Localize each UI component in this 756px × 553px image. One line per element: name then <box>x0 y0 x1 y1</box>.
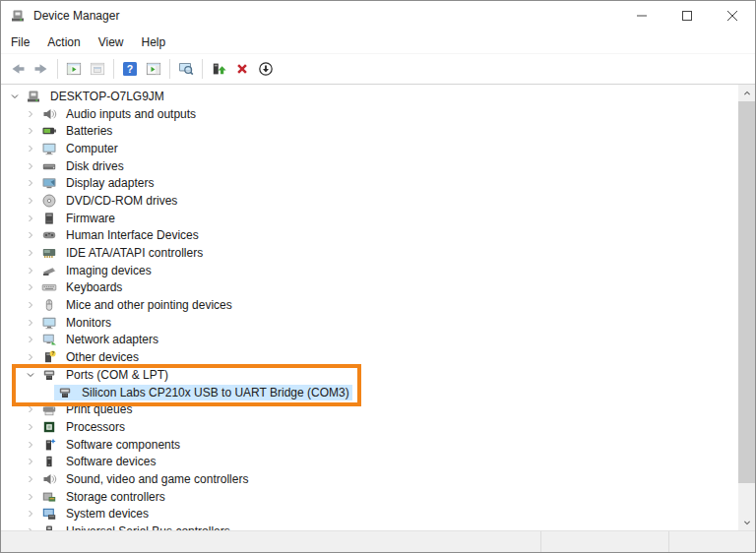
tree-item-computer-root[interactable]: DESKTOP-O7LG9JM <box>1 88 738 105</box>
chevron-right-icon[interactable] <box>23 506 38 522</box>
tree-item-print-queues[interactable]: Print queues <box>1 400 738 418</box>
scroll-down-button[interactable] <box>738 514 755 530</box>
chevron-right-icon[interactable] <box>23 471 38 487</box>
menu-help[interactable]: Help <box>133 31 175 53</box>
tree-item-audio-inputs[interactable]: Audio inputs and outputs <box>1 105 738 123</box>
chevron-right-icon[interactable] <box>23 175 38 191</box>
uninstall-device-button[interactable] <box>230 57 254 81</box>
tree-item-label: Software devices <box>63 454 158 469</box>
chevron-right-icon[interactable] <box>23 227 38 243</box>
chevron-right-icon[interactable] <box>23 106 38 122</box>
chevron-right-icon[interactable] <box>23 279 38 295</box>
tree-item-label: Software components <box>63 437 183 453</box>
chevron-right-icon[interactable] <box>23 419 38 435</box>
tree-item-label: Audio inputs and outputs <box>63 106 199 122</box>
tree-item-ports-com-lpt[interactable]: Ports (COM & LPT) <box>1 366 738 384</box>
chevron-right-icon[interactable] <box>23 349 38 365</box>
tree-item-label: Other devices <box>63 349 142 365</box>
chevron-down-icon[interactable] <box>23 367 38 383</box>
tree-item-usb-controllers[interactable]: Universal Serial Bus controllers <box>1 522 738 530</box>
toolbar <box>1 54 755 85</box>
properties-button[interactable] <box>86 57 109 81</box>
back-button[interactable] <box>6 57 30 81</box>
tree-item-monitors[interactable]: Monitors <box>1 314 738 332</box>
scrollbar-thumb[interactable] <box>738 101 755 483</box>
chevron-right-icon[interactable] <box>23 454 38 469</box>
chevron-right-icon[interactable] <box>23 211 38 226</box>
tree-item-hid[interactable]: Human Interface Devices <box>1 227 738 245</box>
chevron-right-icon[interactable] <box>23 158 38 174</box>
help-button[interactable] <box>118 57 142 81</box>
tree-item-dvd-cdrom[interactable]: DVD/CD-ROM drives <box>1 192 738 210</box>
tree-item-computer[interactable]: Computer <box>1 140 738 157</box>
tree-item-other-devices[interactable]: Other devices <box>1 348 738 366</box>
tree-item-imaging-devices[interactable]: Imaging devices <box>1 262 738 279</box>
tree-item-disk-drives[interactable]: Disk drives <box>1 157 738 175</box>
scroll-up-button[interactable] <box>738 85 755 101</box>
tree-item-sound-video-game[interactable]: Sound, video and game controllers <box>1 470 738 488</box>
chevron-right-icon[interactable] <box>23 245 38 261</box>
forward-button[interactable] <box>30 57 53 81</box>
tree-item-software-components[interactable]: Software components <box>1 436 738 454</box>
tree-item-software-devices[interactable]: Software devices <box>1 453 738 470</box>
chevron-right-icon[interactable] <box>23 193 38 209</box>
chevron-right-icon[interactable] <box>23 315 38 331</box>
battery-icon <box>41 123 57 139</box>
chevron-right-icon[interactable] <box>23 297 38 313</box>
chevron-right-icon[interactable] <box>23 123 38 139</box>
minimize-button[interactable] <box>619 1 664 31</box>
update-driver-button[interactable] <box>207 57 230 81</box>
tree-item-network-adapters[interactable]: Network adapters <box>1 332 738 349</box>
chevron-right-icon[interactable] <box>23 437 38 453</box>
tree-item-silicon-labs-cp210x[interactable]: Silicon Labs CP210x USB to UART Bridge (… <box>1 384 738 401</box>
tree-item-storage-controllers[interactable]: Storage controllers <box>1 488 738 506</box>
disable-device-button[interactable] <box>254 57 278 81</box>
show-console-tree-button[interactable] <box>62 57 86 81</box>
processor-icon <box>41 419 57 435</box>
window-title: Device Manager <box>33 9 619 23</box>
chevron-right-icon[interactable] <box>23 332 38 347</box>
menu-file[interactable]: File <box>2 31 38 53</box>
disk-drive-icon <box>41 158 57 174</box>
optical-disc-icon <box>41 193 57 209</box>
chevron-right-icon[interactable] <box>23 523 38 530</box>
chevron-right-icon[interactable] <box>23 141 38 156</box>
chevron-right-icon[interactable] <box>23 401 38 417</box>
monitor-icon <box>41 315 57 331</box>
chevron-right-icon[interactable] <box>23 263 38 278</box>
tree-item-mice[interactable]: Mice and other pointing devices <box>1 296 738 314</box>
tree-item-processors[interactable]: Processors <box>1 418 738 436</box>
tree-item-ide-ata[interactable]: IDE ATA/ATAPI controllers <box>1 244 738 262</box>
scan-hardware-changes-button[interactable] <box>174 57 198 81</box>
tree-item-label: Human Interface Devices <box>63 227 202 243</box>
chevron-down-icon[interactable] <box>7 89 23 104</box>
gamepad-icon <box>41 227 57 243</box>
toolbar-separator <box>169 59 170 79</box>
maximize-icon <box>682 11 692 21</box>
scroll-down-icon <box>741 517 753 528</box>
maximize-button[interactable] <box>664 1 710 31</box>
tree-item-label: Keyboards <box>63 279 125 295</box>
network-adapter-icon <box>41 332 57 347</box>
show-action-pane-button[interactable] <box>142 57 165 81</box>
tree-item-label: System devices <box>63 506 152 522</box>
tree-item-batteries[interactable]: Batteries <box>1 122 738 140</box>
speaker-icon <box>41 106 57 122</box>
vertical-scrollbar[interactable] <box>738 85 755 530</box>
tree-item-label: Computer <box>63 141 121 156</box>
main-content: DESKTOP-O7LG9JM Audio inputs and outputs… <box>1 85 755 530</box>
tree-item-display-adapters[interactable]: Display adapters <box>1 174 738 192</box>
tree-item-label: Sound, video and game controllers <box>63 471 251 487</box>
tree-item-system-devices[interactable]: System devices <box>1 506 738 523</box>
tree-item-firmware[interactable]: Firmware <box>1 210 738 227</box>
menu-view[interactable]: View <box>90 31 133 53</box>
tree-item-label: Universal Serial Bus controllers <box>63 523 233 530</box>
scrollbar-track[interactable] <box>738 101 755 514</box>
chevron-right-icon[interactable] <box>23 489 38 505</box>
device-tree: DESKTOP-O7LG9JM Audio inputs and outputs… <box>1 85 738 530</box>
menu-action[interactable]: Action <box>38 31 89 53</box>
tree-item-keyboards[interactable]: Keyboards <box>1 279 738 297</box>
close-button[interactable] <box>710 1 755 31</box>
tree-item-label: Monitors <box>63 315 114 331</box>
selected-item-highlight: Silicon Labs CP210x USB to UART Bridge (… <box>54 385 352 400</box>
